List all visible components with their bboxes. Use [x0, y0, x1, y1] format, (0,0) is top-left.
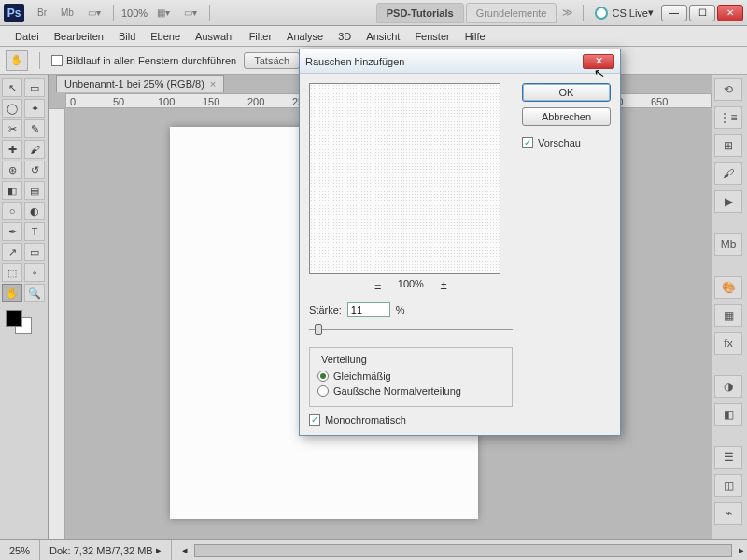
noise-preview[interactable]: [309, 83, 500, 274]
shape-tool[interactable]: ▭: [24, 243, 45, 261]
actions-panel-icon[interactable]: ⋮≡: [714, 106, 742, 129]
ok-button[interactable]: OK: [522, 83, 611, 102]
workspace-tab[interactable]: PSD-Tutorials: [376, 3, 464, 23]
radio-icon: [317, 371, 329, 382]
app-logo: Ps: [4, 4, 24, 22]
layers-panel-icon[interactable]: ☰: [714, 446, 742, 469]
minibridge-button[interactable]: Mb: [55, 5, 79, 21]
hand-tool[interactable]: ✋: [2, 284, 22, 302]
adjustments-panel-icon[interactable]: ◑: [714, 375, 742, 398]
path-tool[interactable]: ↗: [2, 243, 22, 261]
wand-tool[interactable]: ✦: [24, 99, 45, 118]
menu-fenster[interactable]: Fenster: [407, 28, 457, 45]
lasso-tool[interactable]: ◯: [2, 99, 22, 118]
stamp-tool[interactable]: ⊛: [2, 161, 22, 179]
window-maximize-button[interactable]: ☐: [689, 5, 715, 21]
pen-tool[interactable]: ✒: [2, 222, 22, 241]
crop-tool[interactable]: ✂: [2, 119, 22, 138]
workspace-more-icon[interactable]: ≫: [557, 7, 579, 19]
move-tool[interactable]: ↖: [2, 78, 22, 97]
workspace-tab[interactable]: Grundelemente: [466, 3, 557, 23]
styles-panel-icon[interactable]: fx: [714, 332, 742, 355]
radio-icon: [317, 385, 329, 397]
properties-panel-icon[interactable]: ⊞: [714, 134, 742, 157]
masks-panel-icon[interactable]: ◧: [714, 403, 742, 426]
scroll-left-icon[interactable]: ◂: [179, 544, 190, 556]
foreground-color-swatch[interactable]: [6, 310, 22, 327]
heal-tool[interactable]: ✚: [2, 140, 22, 159]
color-swatches[interactable]: [2, 308, 46, 336]
brush-tool[interactable]: 🖌: [24, 140, 45, 159]
status-docinfo[interactable]: Dok: 7,32 MB/7,32 MB ▸: [40, 540, 172, 560]
gaussian-radio[interactable]: Gaußsche Normalverteilung: [317, 384, 504, 399]
amount-slider[interactable]: [309, 321, 513, 338]
minibridge-panel-icon[interactable]: Mb: [714, 233, 742, 256]
3d-tool[interactable]: ⬚: [2, 263, 22, 282]
checkbox-icon: ✓: [522, 137, 533, 148]
menu-auswahl[interactable]: Auswahl: [188, 28, 242, 45]
marquee-tool[interactable]: ▭: [24, 78, 45, 97]
menu-hilfe[interactable]: Hilfe: [458, 28, 493, 45]
menu-ansicht[interactable]: Ansicht: [359, 28, 407, 45]
blur-tool[interactable]: ○: [2, 202, 22, 220]
camera-tool[interactable]: ⌖: [24, 263, 45, 282]
screen-mode-button[interactable]: ▭▾: [82, 5, 106, 21]
right-panel-dock: ⟲ ⋮≡ ⊞ 🖌 ▶ Mb 🎨 ▦ fx ◑ ◧ ☰ ◫ ⌁: [712, 75, 747, 539]
swatches-panel-icon[interactable]: ▦: [714, 304, 742, 327]
document-tab[interactable]: Unbenannt-1 bei 25% (RGB/8) ×: [56, 75, 224, 92]
menu-bearbeiten[interactable]: Bearbeiten: [47, 28, 111, 45]
amount-unit: %: [396, 304, 405, 315]
type-tool[interactable]: T: [24, 222, 45, 241]
zoom-out-button[interactable]: –: [372, 278, 385, 289]
menu-filter[interactable]: Filter: [242, 28, 279, 45]
channels-panel-icon[interactable]: ◫: [714, 474, 742, 497]
brush-panel-icon[interactable]: 🖌: [714, 162, 742, 185]
amount-input[interactable]: [347, 302, 390, 317]
color-panel-icon[interactable]: 🎨: [714, 276, 742, 299]
preview-zoom: 100%: [398, 278, 424, 289]
screenmode2-button[interactable]: ▭▾: [178, 5, 203, 21]
paths-panel-icon[interactable]: ⌁: [714, 502, 742, 525]
zoom-level[interactable]: 100%: [118, 7, 151, 19]
dialog-close-button[interactable]: ✕: [583, 54, 614, 69]
bridge-button[interactable]: Br: [32, 5, 52, 21]
close-tab-icon[interactable]: ×: [210, 78, 216, 90]
window-minimize-button[interactable]: ―: [661, 5, 687, 21]
dialog-titlebar[interactable]: Rauschen hinzufügen ✕: [300, 49, 620, 74]
preview-checkbox[interactable]: ✓ Vorschau: [522, 137, 611, 148]
eyedropper-tool[interactable]: ✎: [24, 119, 45, 138]
scroll-all-windows-checkbox[interactable]: Bildlauf in allen Fenstern durchführen: [51, 55, 236, 66]
zoom-tool[interactable]: 🔍: [24, 284, 45, 302]
distribution-group: Verteilung Gleichmäßig Gaußsche Normalve…: [309, 347, 513, 407]
eraser-tool[interactable]: ◧: [2, 181, 22, 200]
actual-pixels-button[interactable]: Tatsäch: [244, 52, 300, 69]
gradient-tool[interactable]: ▤: [24, 181, 45, 200]
history-brush-tool[interactable]: ↺: [24, 161, 45, 179]
monochrome-checkbox[interactable]: ✓ Monochromatisch: [309, 414, 513, 426]
checkbox-icon: ✓: [309, 414, 320, 426]
menu-3d[interactable]: 3D: [331, 28, 359, 45]
uniform-radio[interactable]: Gleichmäßig: [317, 369, 504, 384]
status-zoom[interactable]: 25%: [0, 540, 40, 560]
window-close-button[interactable]: ✕: [717, 5, 743, 21]
cancel-button[interactable]: Abbrechen: [522, 107, 611, 126]
play-panel-icon[interactable]: ▶: [714, 190, 742, 213]
vertical-ruler: [49, 108, 65, 539]
cslive-button[interactable]: CS Live ▾: [587, 7, 661, 20]
menu-analyse[interactable]: Analyse: [279, 28, 331, 45]
menu-bar: Datei Bearbeiten Bild Ebene Auswahl Filt…: [0, 26, 747, 47]
dialog-title: Rauschen hinzufügen: [305, 56, 404, 67]
arrange-button[interactable]: ▦▾: [151, 5, 176, 21]
history-panel-icon[interactable]: ⟲: [714, 78, 742, 101]
zoom-in-button[interactable]: +: [437, 278, 450, 289]
workspace-switcher: PSD-Tutorials Grundelemente: [376, 3, 557, 23]
menu-bild[interactable]: Bild: [111, 28, 143, 45]
dodge-tool[interactable]: ◐: [24, 202, 45, 220]
menu-datei[interactable]: Datei: [7, 28, 47, 45]
current-tool-icon[interactable]: ✋: [6, 50, 28, 71]
distribution-legend: Verteilung: [317, 354, 371, 365]
toolbox: ↖▭ ◯✦ ✂✎ ✚🖌 ⊛↺ ◧▤ ○◐ ✒T ↗▭ ⬚⌖ ✋🔍: [0, 75, 49, 539]
scroll-right-icon[interactable]: ▸: [736, 544, 747, 556]
menu-ebene[interactable]: Ebene: [143, 28, 188, 45]
horizontal-scrollbar[interactable]: [194, 544, 732, 557]
